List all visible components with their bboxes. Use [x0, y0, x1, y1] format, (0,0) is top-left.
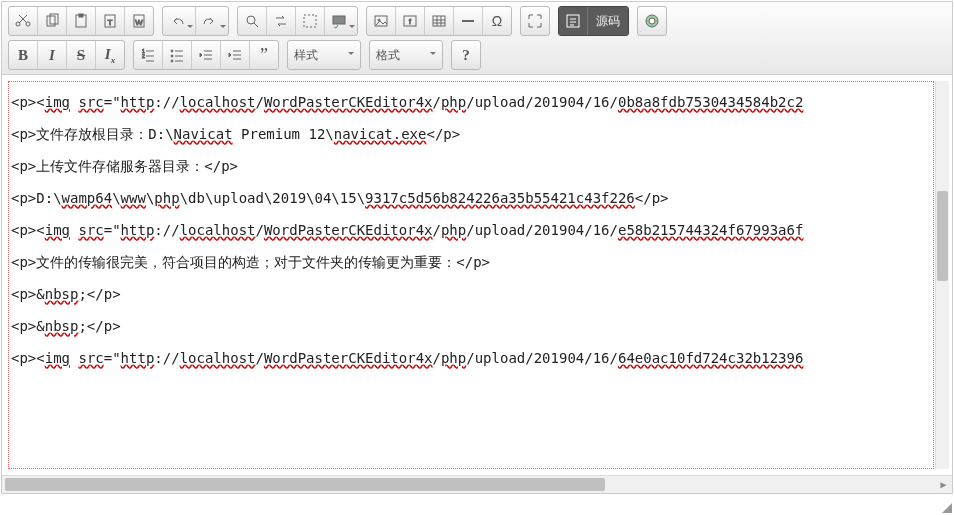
caret-icon	[220, 25, 226, 31]
source-line: <p>文件的传输很完美，符合项目的构造；对于文件夹的传输更为重要：</p>	[11, 246, 931, 278]
spellcheck-icon	[331, 13, 347, 29]
paste-word-icon: W	[131, 13, 147, 29]
scroll-right-arrow[interactable]: ►	[935, 476, 952, 493]
undo-icon	[169, 13, 185, 29]
select-all-button[interactable]	[296, 7, 325, 35]
source-textarea[interactable]: <p><img src="http://localhost/WordPaster…	[8, 81, 934, 469]
source-area: <p><img src="http://localhost/WordPaster…	[2, 75, 952, 475]
numlist-icon: 12	[140, 47, 156, 63]
outdent-icon	[198, 47, 214, 63]
replace-icon	[273, 13, 289, 29]
svg-point-8	[247, 16, 255, 24]
vertical-scrollbar[interactable]	[935, 81, 949, 469]
table-button[interactable]	[425, 7, 454, 35]
svg-point-22	[171, 55, 173, 57]
hr-button[interactable]	[454, 7, 483, 35]
ckeditor: T W f Ω 源码 B I S Ix 12	[1, 1, 953, 494]
clipboard-group: T W	[8, 6, 154, 36]
cut-button[interactable]	[9, 7, 38, 35]
paste-text-icon: T	[102, 13, 118, 29]
styles-label: 样式	[294, 47, 318, 64]
spellcheck-button[interactable]	[325, 7, 357, 35]
scrollbar-thumb[interactable]	[937, 191, 948, 281]
cut-icon	[15, 13, 31, 29]
undo-button[interactable]	[163, 7, 196, 35]
outdent-button[interactable]	[192, 41, 221, 69]
caret-icon	[430, 52, 436, 58]
source-label[interactable]: 源码	[588, 7, 628, 35]
flash-button[interactable]: f	[396, 7, 425, 35]
svg-text:W: W	[135, 18, 143, 27]
svg-point-23	[171, 60, 173, 62]
bullist-icon	[169, 47, 185, 63]
bold-button[interactable]: B	[9, 41, 38, 69]
svg-text:T: T	[108, 18, 113, 27]
about-button[interactable]	[637, 6, 667, 36]
source-line: <p><img src="http://localhost/WordPaster…	[11, 86, 931, 118]
blockquote-button[interactable]: ”	[250, 41, 278, 69]
blockquote-icon: ”	[260, 45, 268, 66]
select-all-icon	[302, 13, 318, 29]
tools-group	[520, 6, 550, 36]
source-line: <p><img src="http://localhost/WordPaster…	[11, 342, 931, 374]
format-label: 格式	[376, 47, 400, 64]
svg-text:2: 2	[142, 53, 145, 59]
toolbar-row-2: B I S Ix 12 ” 样式 格式 ?	[8, 40, 946, 70]
bold-icon: B	[18, 47, 28, 64]
indent-button[interactable]	[221, 41, 250, 69]
help-button[interactable]: ?	[451, 40, 481, 70]
omega-icon: Ω	[492, 13, 502, 29]
basicstyles-group: B I S Ix	[8, 40, 125, 70]
italic-icon: I	[49, 47, 55, 64]
caret-icon	[349, 25, 355, 31]
format-combo[interactable]: 格式	[369, 40, 443, 70]
hr-icon	[460, 13, 476, 29]
source-button[interactable]	[559, 7, 588, 35]
flash-icon: f	[402, 13, 418, 29]
help-icon: ?	[462, 47, 470, 64]
copy-button[interactable]	[38, 7, 67, 35]
caret-icon	[187, 25, 193, 31]
styles-combo[interactable]: 样式	[287, 40, 361, 70]
paste-word-button[interactable]: W	[125, 7, 153, 35]
resize-handle[interactable]	[942, 503, 952, 513]
strike-button[interactable]: S	[67, 41, 96, 69]
specialchar-button[interactable]: Ω	[483, 7, 511, 35]
horizontal-scrollbar[interactable]: ◄ ►	[2, 475, 952, 493]
caret-icon	[348, 52, 354, 58]
svg-text:f: f	[409, 18, 411, 25]
toolbar: T W f Ω 源码 B I S Ix 12	[2, 2, 952, 75]
table-icon	[431, 13, 447, 29]
copy-icon	[44, 13, 60, 29]
bullist-button[interactable]	[163, 41, 192, 69]
maximize-button[interactable]	[521, 7, 549, 35]
italic-button[interactable]: I	[38, 41, 67, 69]
source-line: <p>文件存放根目录：D:\Navicat Premium 12\navicat…	[11, 118, 931, 150]
toolbar-row-1: T W f Ω 源码	[8, 6, 946, 36]
source-line: <p>上传文件存储服务器目录：</p>	[11, 150, 931, 182]
image-button[interactable]	[367, 7, 396, 35]
replace-button[interactable]	[267, 7, 296, 35]
source-group: 源码	[558, 6, 629, 36]
removeformat-button[interactable]: Ix	[96, 41, 124, 69]
numlist-button[interactable]: 12	[134, 41, 163, 69]
list-group: 12 ”	[133, 40, 279, 70]
indent-icon	[227, 47, 243, 63]
redo-icon	[202, 13, 218, 29]
about-icon	[644, 13, 660, 29]
find-button[interactable]	[238, 7, 267, 35]
maximize-icon	[527, 13, 543, 29]
image-icon	[373, 13, 389, 29]
scrollbar-thumb[interactable]	[5, 478, 605, 491]
svg-point-18	[649, 18, 655, 24]
insert-group: f Ω	[366, 6, 512, 36]
svg-rect-15	[433, 16, 445, 26]
redo-button[interactable]	[196, 7, 228, 35]
source-line: <p>&nbsp;</p>	[11, 278, 931, 310]
paste-button[interactable]	[67, 7, 96, 35]
undo-group	[162, 6, 229, 36]
source-line: <p>D:\wamp64\www\php\db\upload\2019\04\1…	[11, 182, 931, 214]
paste-icon	[73, 13, 89, 29]
svg-rect-9	[304, 15, 316, 27]
paste-text-button[interactable]: T	[96, 7, 125, 35]
